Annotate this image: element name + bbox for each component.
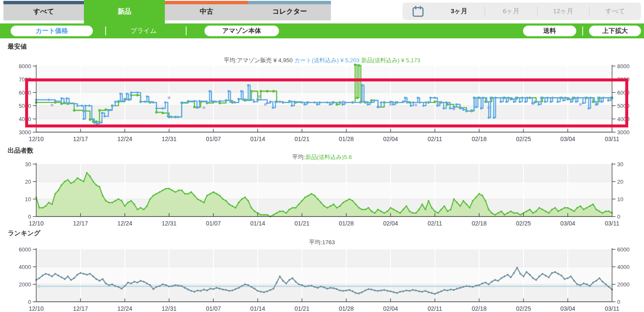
svg-text:8000: 8000 [19, 63, 31, 69]
svg-text:6000: 6000 [617, 246, 630, 253]
svg-text:01/21: 01/21 [294, 136, 309, 142]
seller-count-chart[interactable]: 0010102020303012/1012/1712/2412/3101/070… [25, 161, 624, 227]
svg-text:02/18: 02/18 [472, 136, 486, 142]
svg-text:01/28: 01/28 [339, 305, 354, 312]
svg-text:12/24: 12/24 [117, 136, 132, 142]
svg-text:12/10: 12/10 [29, 220, 43, 227]
svg-text:02/18: 02/18 [472, 220, 486, 227]
svg-text:2000: 2000 [19, 281, 31, 288]
svg-text:20: 20 [617, 179, 623, 185]
svg-text:01/07: 01/07 [206, 305, 221, 312]
svg-text:12/10: 12/10 [29, 136, 43, 142]
svg-text:10: 10 [25, 196, 31, 202]
svg-text:02/25: 02/25 [516, 220, 531, 227]
svg-text:6000: 6000 [19, 246, 31, 253]
svg-text:4000: 4000 [617, 264, 630, 270]
svg-text:30: 30 [25, 161, 31, 168]
svg-text:12/10: 12/10 [29, 305, 43, 312]
svg-text:02/04: 02/04 [383, 136, 398, 142]
svg-text:20: 20 [25, 179, 31, 185]
svg-text:01/07: 01/07 [206, 136, 221, 142]
svg-text:03/11: 03/11 [605, 136, 619, 142]
svg-text:02/11: 02/11 [428, 220, 442, 227]
svg-text:03/04: 03/04 [560, 220, 575, 227]
svg-text:12/31: 12/31 [161, 136, 176, 142]
svg-text:01/21: 01/21 [294, 305, 309, 312]
svg-text:2000: 2000 [617, 281, 630, 288]
svg-text:12/17: 12/17 [73, 305, 88, 312]
svg-text:03/11: 03/11 [605, 305, 619, 312]
svg-text:12/17: 12/17 [73, 136, 88, 142]
svg-text:03/04: 03/04 [560, 136, 575, 142]
svg-text:01/14: 01/14 [250, 136, 265, 142]
svg-text:10: 10 [617, 196, 623, 202]
svg-text:02/11: 02/11 [428, 305, 442, 312]
svg-text:3000: 3000 [19, 129, 31, 136]
svg-text:0: 0 [617, 214, 620, 220]
svg-text:02/25: 02/25 [516, 136, 531, 142]
svg-text:01/21: 01/21 [294, 220, 309, 227]
svg-text:02/04: 02/04 [383, 220, 398, 227]
svg-text:02/11: 02/11 [428, 136, 442, 142]
svg-text:03/11: 03/11 [605, 220, 619, 227]
svg-text:8000: 8000 [617, 63, 630, 69]
svg-text:02/04: 02/04 [383, 305, 398, 312]
svg-text:0: 0 [28, 299, 31, 305]
svg-text:01/28: 01/28 [339, 220, 354, 227]
charts-canvas[interactable]: 3000300040004000500050006000600070007000… [0, 0, 644, 312]
svg-text:12/31: 12/31 [161, 305, 176, 312]
highlight-rectangle [25, 78, 628, 127]
svg-text:03/04: 03/04 [560, 305, 575, 312]
ranking-chart[interactable]: 0020002000400040006000600012/1012/1712/2… [19, 246, 630, 312]
svg-text:01/07: 01/07 [206, 220, 221, 227]
svg-text:01/14: 01/14 [250, 220, 265, 227]
svg-text:02/18: 02/18 [472, 305, 486, 312]
svg-text:12/31: 12/31 [161, 220, 176, 227]
svg-text:0: 0 [617, 299, 620, 305]
svg-text:02/25: 02/25 [516, 305, 531, 312]
svg-text:30: 30 [617, 161, 623, 168]
svg-text:0: 0 [28, 214, 31, 220]
svg-text:12/24: 12/24 [117, 305, 132, 312]
svg-text:12/17: 12/17 [73, 220, 88, 227]
svg-text:01/28: 01/28 [339, 136, 354, 142]
svg-text:01/14: 01/14 [250, 305, 265, 312]
svg-text:3000: 3000 [617, 129, 630, 136]
svg-text:4000: 4000 [19, 264, 31, 270]
svg-text:12/24: 12/24 [117, 220, 132, 227]
